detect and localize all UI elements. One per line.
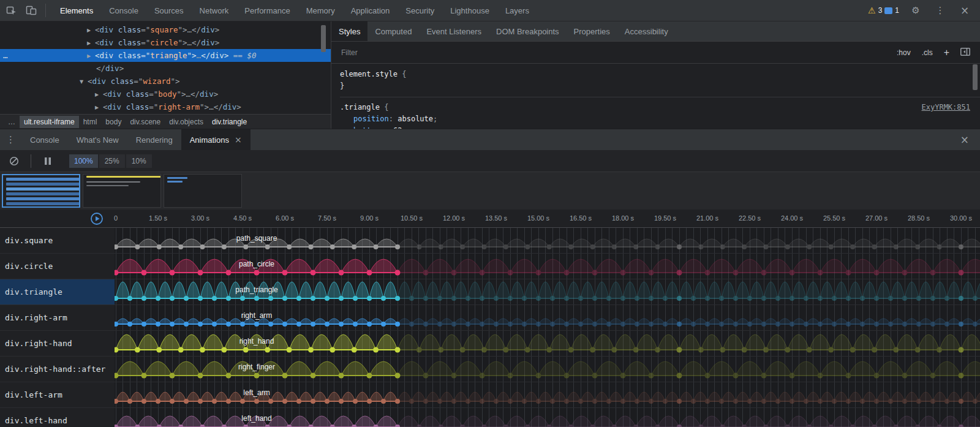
animation-group-preview[interactable] xyxy=(164,174,242,208)
breadcrumb-item[interactable]: html xyxy=(79,116,102,128)
tab-properties[interactable]: Properties xyxy=(567,21,617,41)
pause-button[interactable] xyxy=(40,153,56,169)
rule-selector[interactable]: element.style { xyxy=(340,69,980,80)
tree-node[interactable]: …▶<div class="triangle">…</div> == $0 xyxy=(0,49,331,62)
tab-styles[interactable]: Styles xyxy=(331,21,368,41)
track-timeline[interactable]: left_hand xyxy=(115,408,980,427)
time-label: 3.00 s xyxy=(191,214,209,222)
breadcrumb-item[interactable]: div.objects xyxy=(165,116,208,128)
breadcrumb-item[interactable]: body xyxy=(101,116,126,128)
tab-console[interactable]: Console xyxy=(101,0,146,21)
tree-node[interactable]: ▶<div class="body">…</div> xyxy=(0,88,331,100)
keyframes-canvas[interactable]: right_arm xyxy=(115,305,980,330)
keyframes-canvas[interactable]: path_square xyxy=(115,228,980,253)
track-timeline[interactable]: right_hand xyxy=(115,331,980,356)
drawer-tab-animations[interactable]: Animations× xyxy=(181,129,251,150)
keyframes-canvas[interactable]: path_triangle xyxy=(115,279,980,304)
elements-scrollbar[interactable] xyxy=(320,23,326,113)
more-options-kebab-icon[interactable]: ⋮ xyxy=(932,2,948,18)
breadcrumb-item[interactable]: div.triangle xyxy=(208,116,251,128)
twisty-icon[interactable]: ▶ xyxy=(87,24,95,37)
breadcrumb-item[interactable]: ult.result-iframe xyxy=(20,116,79,128)
track-selector-div-circle[interactable]: div.circle xyxy=(0,254,115,279)
drawer-tab-what-s-new[interactable]: What's New xyxy=(68,129,127,150)
tab-sources[interactable]: Sources xyxy=(146,0,192,21)
tree-node[interactable]: ▼<div class="wizard"> xyxy=(0,75,331,88)
twisty-icon[interactable]: ▶ xyxy=(87,50,95,62)
breadcrumb-item[interactable]: div.scene xyxy=(126,116,165,128)
toolbar-divider xyxy=(45,4,46,17)
track-timeline[interactable]: path_circle xyxy=(115,254,980,279)
track-timeline[interactable]: right_arm xyxy=(115,305,980,330)
tab-computed[interactable]: Computed xyxy=(368,21,419,41)
toggle-sidebar-icon[interactable] xyxy=(960,48,970,58)
tab-elements[interactable]: Elements xyxy=(52,0,101,21)
scrollbar-thumb[interactable] xyxy=(321,25,326,52)
inspect-element-icon[interactable] xyxy=(4,2,20,18)
track-selector-div-left-arm[interactable]: div.left-arm xyxy=(0,382,115,407)
device-toolbar-icon[interactable] xyxy=(23,2,39,18)
playback-rate-100[interactable]: 100% xyxy=(69,154,98,168)
tree-node[interactable]: </div> xyxy=(0,62,331,75)
animation-group-preview[interactable] xyxy=(83,174,161,208)
tree-node[interactable]: ▶<div class="circle">…</div> xyxy=(0,36,331,49)
track-selector-div-square[interactable]: div.square xyxy=(0,228,115,253)
tab-network[interactable]: Network xyxy=(192,0,237,21)
track-selector-div-right-hand[interactable]: div.right-hand xyxy=(0,331,115,356)
tab-memory[interactable]: Memory xyxy=(298,0,343,21)
animation-group-preview[interactable] xyxy=(2,174,80,208)
playback-rate-10[interactable]: 10% xyxy=(126,154,152,168)
styles-filter-input[interactable] xyxy=(341,48,525,57)
rule-selector[interactable]: .triangle { xyxy=(340,102,980,113)
class-toggle[interactable]: .cls xyxy=(922,48,933,57)
twisty-icon[interactable]: ▶ xyxy=(95,101,103,114)
drawer-tab-label: Animations xyxy=(190,135,229,145)
twisty-icon[interactable]: ▶ xyxy=(87,37,95,50)
tab-layers[interactable]: Layers xyxy=(497,0,537,21)
close-tab-icon[interactable]: × xyxy=(235,135,242,145)
twisty-icon[interactable]: ▼ xyxy=(80,75,88,88)
track-timeline[interactable]: path_square xyxy=(115,228,980,253)
track-timeline[interactable]: left_arm xyxy=(115,382,980,407)
keyframes-canvas[interactable]: right_hand xyxy=(115,331,980,356)
pseudo-state-toggle[interactable]: :hov xyxy=(897,48,911,57)
keyframes-canvas[interactable]: right_finger xyxy=(115,357,980,382)
scrollbar-thumb[interactable] xyxy=(973,64,978,90)
tab-lighthouse[interactable]: Lighthouse xyxy=(442,0,497,21)
drawer-kebab-icon[interactable]: ⋮ xyxy=(0,134,21,145)
clear-all-icon[interactable] xyxy=(6,153,22,169)
tab-performance[interactable]: Performance xyxy=(236,0,298,21)
stylesheet-link[interactable]: ExyYRMK:851 xyxy=(922,102,970,113)
tab-dom-breakpoints[interactable]: DOM Breakpoints xyxy=(489,21,567,41)
tab-accessibility[interactable]: Accessibility xyxy=(617,21,676,41)
settings-gear-icon[interactable]: ⚙ xyxy=(908,2,924,18)
tab-application[interactable]: Application xyxy=(343,0,398,21)
tree-node[interactable]: ▶<div class="right-arm">…</div> xyxy=(0,100,331,113)
track-timeline[interactable]: right_finger xyxy=(115,357,980,382)
time-label: 0 xyxy=(114,214,118,222)
tree-node[interactable]: ▶<div class="square">…</div> xyxy=(0,23,331,36)
replay-button[interactable] xyxy=(90,212,104,225)
styles-scrollbar[interactable] xyxy=(973,64,978,126)
keyframes-canvas[interactable]: left_arm xyxy=(115,382,980,407)
css-property[interactable]: position: absolute; xyxy=(340,113,980,125)
tab-event-listeners[interactable]: Event Listeners xyxy=(419,21,489,41)
keyframes-canvas[interactable]: left_hand xyxy=(115,408,980,427)
playback-rate-25[interactable]: 25% xyxy=(99,154,125,168)
track-selector-div-right-arm[interactable]: div.right-arm xyxy=(0,305,115,330)
overflow-gutter-icon[interactable]: … xyxy=(3,49,9,62)
track-timeline[interactable]: path_triangle xyxy=(115,279,980,304)
track-selector-div-left-hand[interactable]: div.left-hand xyxy=(0,408,115,427)
twisty-icon[interactable]: ▶ xyxy=(95,88,103,101)
drawer-tab-rendering[interactable]: Rendering xyxy=(127,129,181,150)
warnings-badge[interactable]: ⚠ 3 1 xyxy=(868,6,899,15)
keyframes-canvas[interactable]: path_circle xyxy=(115,254,980,279)
new-style-rule-button[interactable]: + xyxy=(944,48,949,58)
breadcrumb-item[interactable]: … xyxy=(4,116,20,128)
close-drawer-icon[interactable]: × xyxy=(949,134,980,146)
track-selector-div-triangle[interactable]: div.triangle xyxy=(0,279,115,304)
drawer-tab-console[interactable]: Console xyxy=(21,129,68,150)
tab-security[interactable]: Security xyxy=(398,0,442,21)
track-selector-div-right-hand-after[interactable]: div.right-hand::after xyxy=(0,357,115,382)
close-devtools-icon[interactable]: × xyxy=(957,2,973,18)
